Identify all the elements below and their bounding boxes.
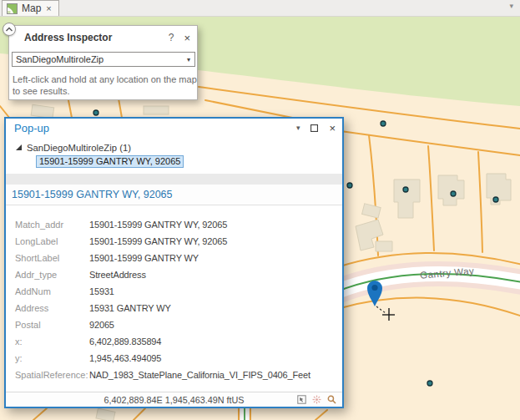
table-row: LongLabel15901-15999 GANTRY WY, 92065 — [6, 233, 342, 250]
popup-title: Pop-up — [14, 122, 296, 134]
popup-results-tree: SanDiegoMultiroleZip (1) 15901-15999 GAN… — [6, 137, 342, 174]
help-button[interactable]: ? — [169, 32, 174, 43]
popup-close-icon[interactable]: × — [329, 122, 336, 134]
pointer-box-icon[interactable] — [297, 395, 306, 404]
map-tab-icon — [7, 3, 18, 14]
popup-titlebar: Pop-up ▾ × — [6, 119, 342, 137]
table-row: Addr_typeStreetAddress — [6, 266, 342, 283]
arcgis-map-view-window: Gantry Way Map × ▾ — [0, 0, 520, 420]
table-row: y:1,945,463.494095 — [6, 350, 342, 367]
collapse-button[interactable] — [3, 23, 16, 36]
table-row: x:6,402,889.835894 — [6, 333, 342, 350]
chevron-down-icon: ▾ — [187, 56, 190, 63]
table-row: Match_addr15901-15999 GANTRY WY, 92065 — [6, 216, 342, 233]
zoom-to-icon[interactable] — [327, 395, 336, 404]
address-inspector-panel: Address Inspector ? × SanDiegoMultiroleZ… — [8, 25, 198, 100]
tab-overflow-icon[interactable]: ▾ — [509, 2, 513, 10]
tab-close-icon[interactable]: × — [45, 4, 52, 13]
tree-group-row[interactable]: SanDiegoMultiroleZip (1) — [16, 141, 342, 154]
chevron-up-icon — [5, 27, 13, 32]
popup-maximize-icon[interactable] — [310, 124, 318, 132]
panel-close-button[interactable]: × — [184, 32, 190, 44]
tree-selected-item[interactable]: 15901-15999 GANTRY WY, 92065 — [36, 155, 184, 168]
tab-map[interactable]: Map × — [2, 0, 59, 16]
table-row: ShortLabel15901-15999 GANTRY WY — [6, 250, 342, 266]
table-row: Postal92065 — [6, 316, 342, 333]
attribute-table: Match_addr15901-15999 GANTRY WY, 92065 L… — [6, 205, 342, 392]
view-tab-bar: Map × ▾ — [0, 0, 520, 17]
popup-menu-icon[interactable]: ▾ — [296, 124, 300, 132]
flash-location-icon[interactable] — [312, 395, 321, 404]
popup-status-bar: 6,402,889.84E 1,945,463.49N ftUS — [6, 392, 342, 407]
table-row: Address15931 GANTRY WY — [6, 300, 342, 316]
tree-expanded-icon — [16, 144, 22, 150]
tree-group-label: SanDiegoMultiroleZip (1) — [27, 143, 131, 153]
popup-separator — [6, 174, 342, 185]
locator-value: SanDiegoMultiroleZip — [16, 54, 103, 64]
panel-title: Address Inspector — [24, 32, 169, 43]
coordinate-readout: 6,402,889.84E 1,945,463.49N ftUS — [6, 395, 342, 405]
popup-record-header: 15901-15999 GANTRY WY, 92065 — [6, 185, 342, 205]
instruction-text: Left-click and hold at any location on t… — [13, 73, 198, 97]
locator-dropdown[interactable]: SanDiegoMultiroleZip ▾ — [12, 52, 195, 67]
tab-map-label: Map — [22, 3, 41, 14]
table-row: AddNum15931 — [6, 283, 342, 300]
popup-window: Pop-up ▾ × SanDiegoMultiroleZip (1) 1590… — [4, 117, 344, 408]
table-row: SpatialReference:NAD_1983_StatePlane_Cal… — [6, 367, 342, 383]
